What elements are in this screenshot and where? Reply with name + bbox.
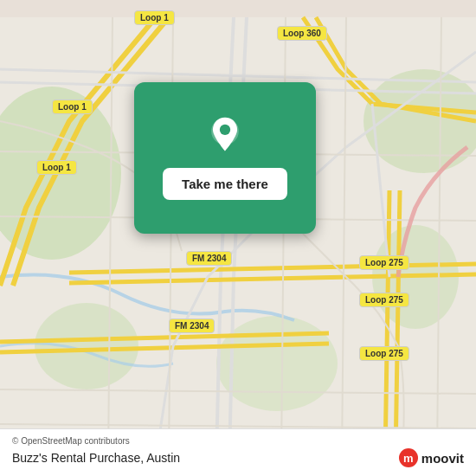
road-badge-loop275-lower: Loop 275 [359,346,409,361]
road-badge-loop360: Loop 360 [277,26,327,41]
svg-point-5 [216,316,338,411]
map-container: Loop 1 Loop 360 Loop 1 Loop 1 FM 2304 Lo… [0,0,476,476]
moovit-wordmark: moovit [421,451,464,466]
svg-point-4 [35,303,138,389]
location-title-row: Buzz's Rental Purchase, Austin m moovit [12,448,464,467]
road-badge-fm2304-lower: FM 2304 [169,318,215,333]
location-pin-icon [206,116,244,154]
map-roads [0,0,476,476]
moovit-logo: m moovit [399,448,464,467]
location-card: Take me there [134,82,316,234]
moovit-icon: m [399,448,418,467]
road-badge-loop275-mid: Loop 275 [359,293,409,307]
take-me-there-button[interactable]: Take me there [163,168,287,200]
location-name: Buzz's Rental Purchase, Austin [12,451,180,465]
osm-credit: © OpenStreetMap contributors [12,436,464,446]
road-badge-loop1-top: Loop 1 [134,10,175,25]
road-badge-loop1-mid: Loop 1 [52,100,93,114]
road-badge-loop275-upper: Loop 275 [359,255,409,270]
svg-point-7 [220,125,230,135]
road-badge-loop1-lower: Loop 1 [36,160,77,175]
bottom-bar: © OpenStreetMap contributors Buzz's Rent… [0,428,476,476]
road-badge-fm2304-upper: FM 2304 [186,251,232,266]
